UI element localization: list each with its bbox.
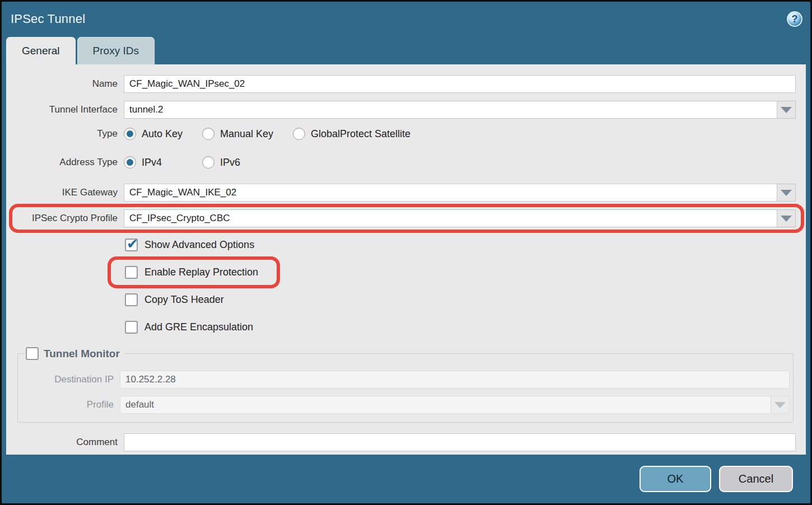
radio-label: IPv4	[142, 157, 162, 169]
show-advanced-options-checkbox[interactable]	[125, 239, 138, 251]
comment-row: Comment	[6, 433, 806, 451]
type-row: Type Auto Key Manual Key GlobalProtect S…	[6, 127, 806, 141]
destination-ip-row: Destination IP	[18, 371, 790, 389]
tab-proxy-ids[interactable]: Proxy IDs	[77, 37, 155, 64]
name-label: Name	[6, 78, 124, 90]
monitor-profile-dropdown-button	[771, 396, 790, 414]
chevron-down-icon	[774, 402, 786, 408]
tunnel-interface-label: Tunnel Interface	[6, 104, 124, 115]
radio-globalprotect-satellite[interactable]: GlobalProtect Satellite	[293, 128, 410, 140]
name-row: Name	[6, 75, 806, 93]
ipsec-crypto-profile-label: IPSec Crypto Profile	[6, 213, 124, 224]
destination-ip-input	[120, 371, 790, 389]
radio-label: GlobalProtect Satellite	[311, 128, 410, 140]
show-advanced-options-row: Show Advanced Options	[125, 237, 806, 252]
radio-icon[interactable]	[202, 156, 214, 169]
monitor-profile-row: Profile	[18, 396, 790, 414]
copy-tos-header-row: Copy ToS Header	[125, 292, 806, 307]
checkbox-label: Enable Replay Protection	[144, 266, 258, 278]
monitor-profile-input	[120, 396, 771, 414]
ipsec-tunnel-dialog: IPSec Tunnel ? General Proxy IDs Name Tu…	[2, 2, 810, 503]
tunnel-monitor-label: Tunnel Monitor	[44, 348, 120, 360]
ipsec-crypto-profile-row: IPSec Crypto Profile	[6, 209, 806, 227]
ike-gateway-input[interactable]	[124, 184, 777, 202]
chevron-down-icon	[781, 107, 792, 113]
add-gre-encapsulation-row: Add GRE Encapsulation	[125, 320, 806, 334]
type-label: Type	[6, 128, 124, 139]
tunnel-interface-row: Tunnel Interface	[6, 101, 806, 119]
radio-ipv6[interactable]: IPv6	[202, 156, 240, 169]
copy-tos-header-checkbox[interactable]	[125, 293, 138, 306]
radio-label: Auto Key	[142, 128, 183, 140]
dialog-title: IPSec Tunnel	[11, 12, 85, 26]
dialog-footer: OK Cancel	[2, 455, 810, 503]
radio-icon[interactable]	[124, 156, 136, 169]
radio-manual-key[interactable]: Manual Key	[202, 128, 293, 140]
radio-label: IPv6	[220, 157, 240, 169]
add-gre-encapsulation-checkbox[interactable]	[125, 321, 138, 334]
destination-ip-label: Destination IP	[18, 374, 120, 385]
ike-gateway-dropdown-button[interactable]	[777, 184, 796, 202]
radio-auto-key[interactable]: Auto Key	[124, 128, 202, 140]
checkbox-label: Copy ToS Header	[144, 294, 224, 306]
radio-label: Manual Key	[220, 128, 273, 140]
help-icon[interactable]: ?	[787, 11, 802, 27]
ipsec-crypto-profile-dropdown-button[interactable]	[777, 209, 796, 227]
ike-gateway-label: IKE Gateway	[6, 187, 124, 198]
name-input[interactable]	[124, 75, 796, 93]
radio-icon[interactable]	[293, 128, 305, 140]
tab-general[interactable]: General	[6, 37, 76, 64]
checkbox-label: Add GRE Encapsulation	[144, 321, 253, 333]
address-type-row: Address Type IPv4 IPv6	[6, 155, 806, 170]
tunnel-monitor-legend: Tunnel Monitor	[25, 347, 124, 360]
ike-gateway-row: IKE Gateway	[6, 184, 806, 202]
tunnel-monitor-checkbox[interactable]	[26, 347, 39, 360]
checkbox-label: Show Advanced Options	[144, 239, 254, 251]
address-type-label: Address Type	[6, 157, 124, 168]
cancel-button[interactable]: Cancel	[719, 466, 793, 492]
enable-replay-protection-checkbox[interactable]	[125, 266, 138, 279]
tunnel-monitor-group: Tunnel Monitor Destination IP Profile	[17, 347, 794, 423]
ipsec-crypto-profile-input[interactable]	[124, 209, 777, 227]
dialog-titlebar: IPSec Tunnel ?	[2, 2, 810, 36]
tunnel-interface-input[interactable]	[124, 101, 777, 119]
comment-input[interactable]	[124, 433, 796, 451]
comment-label: Comment	[6, 437, 124, 448]
tunnel-interface-dropdown-button[interactable]	[777, 101, 796, 119]
general-tab-panel: Name Tunnel Interface Type	[6, 64, 806, 455]
chevron-down-icon	[781, 216, 792, 222]
tab-bar: General Proxy IDs	[6, 36, 806, 64]
radio-icon[interactable]	[202, 128, 214, 140]
enable-replay-protection-row: Enable Replay Protection	[125, 265, 806, 279]
radio-ipv4[interactable]: IPv4	[124, 156, 202, 169]
chevron-down-icon	[781, 190, 792, 196]
screen: IPSec Tunnel ? General Proxy IDs Name Tu…	[0, 0, 812, 505]
ok-button[interactable]: OK	[640, 466, 711, 492]
radio-icon[interactable]	[124, 128, 136, 140]
monitor-profile-label: Profile	[18, 399, 120, 410]
